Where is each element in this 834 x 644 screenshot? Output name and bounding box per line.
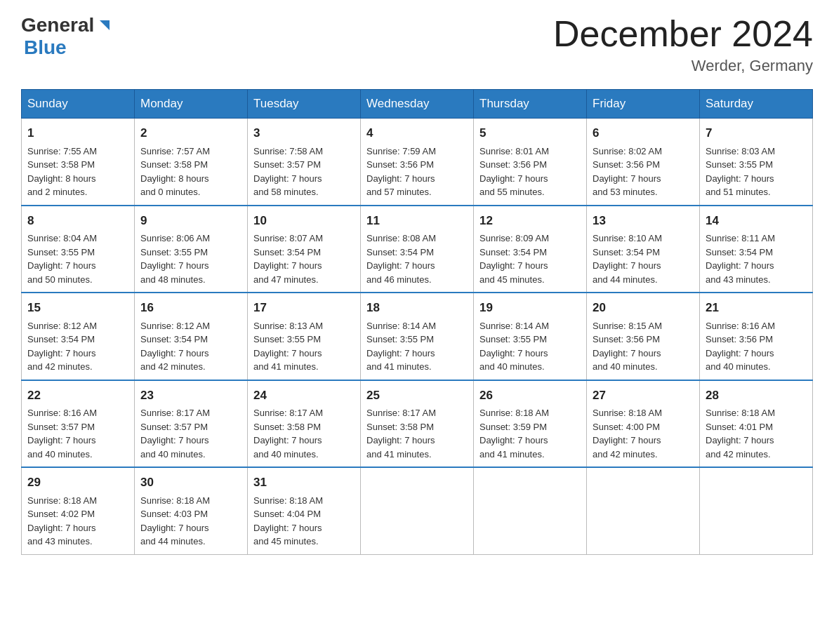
calendar-cell: 21 Sunrise: 8:16 AMSunset: 3:56 PMDaylig… xyxy=(700,293,813,380)
day-info: Sunrise: 8:07 AMSunset: 3:54 PMDaylight:… xyxy=(253,233,323,285)
calendar-cell: 11 Sunrise: 8:08 AMSunset: 3:54 PMDaylig… xyxy=(361,206,474,293)
calendar-cell: 1 Sunrise: 7:55 AMSunset: 3:58 PMDayligh… xyxy=(22,119,135,206)
day-number: 27 xyxy=(593,387,694,405)
day-info: Sunrise: 8:11 AMSunset: 3:54 PMDaylight:… xyxy=(706,233,775,285)
calendar-cell: 20 Sunrise: 8:15 AMSunset: 3:56 PMDaylig… xyxy=(587,293,700,380)
header-monday: Monday xyxy=(135,90,248,119)
calendar-cell: 23 Sunrise: 8:17 AMSunset: 3:57 PMDaylig… xyxy=(135,380,248,468)
day-number: 2 xyxy=(140,124,241,142)
day-number: 7 xyxy=(706,124,807,142)
calendar-cell xyxy=(474,467,587,554)
day-info: Sunrise: 8:12 AMSunset: 3:54 PMDaylight:… xyxy=(27,321,97,373)
calendar-cell: 7 Sunrise: 8:03 AMSunset: 3:55 PMDayligh… xyxy=(700,119,813,206)
day-number: 3 xyxy=(253,124,355,142)
calendar-cell: 13 Sunrise: 8:10 AMSunset: 3:54 PMDaylig… xyxy=(587,206,700,293)
day-info: Sunrise: 8:06 AMSunset: 3:55 PMDaylight:… xyxy=(140,233,210,285)
calendar-week-4: 22 Sunrise: 8:16 AMSunset: 3:57 PMDaylig… xyxy=(22,380,813,468)
day-number: 24 xyxy=(253,387,355,405)
day-number: 4 xyxy=(366,124,468,142)
header-tuesday: Tuesday xyxy=(248,90,361,119)
logo-triangle-icon xyxy=(95,18,111,33)
calendar-cell: 17 Sunrise: 8:13 AMSunset: 3:55 PMDaylig… xyxy=(248,293,361,380)
page-header: General Blue December 2024 Werder, Germa… xyxy=(21,14,813,75)
day-info: Sunrise: 8:14 AMSunset: 3:55 PMDaylight:… xyxy=(366,321,436,373)
day-number: 19 xyxy=(479,299,581,317)
day-number: 26 xyxy=(479,387,581,405)
day-info: Sunrise: 8:03 AMSunset: 3:55 PMDaylight:… xyxy=(706,146,775,198)
day-info: Sunrise: 8:04 AMSunset: 3:55 PMDaylight:… xyxy=(27,233,97,285)
header-wednesday: Wednesday xyxy=(361,90,474,119)
day-info: Sunrise: 8:16 AMSunset: 3:57 PMDaylight:… xyxy=(27,408,97,459)
calendar-cell: 5 Sunrise: 8:01 AMSunset: 3:56 PMDayligh… xyxy=(474,119,587,206)
day-number: 13 xyxy=(593,212,694,230)
day-number: 17 xyxy=(253,299,355,317)
day-info: Sunrise: 8:18 AMSunset: 4:01 PMDaylight:… xyxy=(706,408,775,459)
day-info: Sunrise: 8:15 AMSunset: 3:56 PMDaylight:… xyxy=(593,321,662,373)
calendar-cell xyxy=(361,467,474,554)
day-info: Sunrise: 7:58 AMSunset: 3:57 PMDaylight:… xyxy=(253,146,323,198)
day-number: 30 xyxy=(140,474,241,492)
calendar-cell: 4 Sunrise: 7:59 AMSunset: 3:56 PMDayligh… xyxy=(361,119,474,206)
calendar-cell: 10 Sunrise: 8:07 AMSunset: 3:54 PMDaylig… xyxy=(248,206,361,293)
calendar-week-3: 15 Sunrise: 8:12 AMSunset: 3:54 PMDaylig… xyxy=(22,293,813,380)
day-info: Sunrise: 8:17 AMSunset: 3:58 PMDaylight:… xyxy=(253,408,323,459)
calendar-cell: 15 Sunrise: 8:12 AMSunset: 3:54 PMDaylig… xyxy=(22,293,135,380)
header-saturday: Saturday xyxy=(700,90,813,119)
day-number: 18 xyxy=(366,299,468,317)
calendar-header-row: SundayMondayTuesdayWednesdayThursdayFrid… xyxy=(22,90,813,119)
day-info: Sunrise: 8:18 AMSunset: 4:00 PMDaylight:… xyxy=(593,408,662,459)
logo: General Blue xyxy=(21,14,111,59)
month-year-title: December 2024 xyxy=(553,14,813,54)
title-area: December 2024 Werder, Germany xyxy=(553,14,813,75)
day-info: Sunrise: 8:18 AMSunset: 3:59 PMDaylight:… xyxy=(479,408,549,459)
calendar-week-2: 8 Sunrise: 8:04 AMSunset: 3:55 PMDayligh… xyxy=(22,206,813,293)
day-number: 1 xyxy=(27,124,128,142)
day-info: Sunrise: 8:08 AMSunset: 3:54 PMDaylight:… xyxy=(366,233,436,285)
header-friday: Friday xyxy=(587,90,700,119)
day-number: 20 xyxy=(593,299,694,317)
calendar-cell: 30 Sunrise: 8:18 AMSunset: 4:03 PMDaylig… xyxy=(135,467,248,554)
day-info: Sunrise: 8:10 AMSunset: 3:54 PMDaylight:… xyxy=(593,233,662,285)
day-info: Sunrise: 7:55 AMSunset: 3:58 PMDaylight:… xyxy=(27,146,97,198)
calendar-cell: 24 Sunrise: 8:17 AMSunset: 3:58 PMDaylig… xyxy=(248,380,361,468)
day-number: 12 xyxy=(479,212,581,230)
day-info: Sunrise: 8:18 AMSunset: 4:04 PMDaylight:… xyxy=(253,495,323,547)
calendar-cell: 22 Sunrise: 8:16 AMSunset: 3:57 PMDaylig… xyxy=(22,380,135,468)
day-info: Sunrise: 8:17 AMSunset: 3:57 PMDaylight:… xyxy=(140,408,210,459)
day-info: Sunrise: 8:17 AMSunset: 3:58 PMDaylight:… xyxy=(366,408,436,459)
day-number: 15 xyxy=(27,299,128,317)
calendar-cell: 31 Sunrise: 8:18 AMSunset: 4:04 PMDaylig… xyxy=(248,467,361,554)
calendar-cell: 12 Sunrise: 8:09 AMSunset: 3:54 PMDaylig… xyxy=(474,206,587,293)
header-thursday: Thursday xyxy=(474,90,587,119)
header-sunday: Sunday xyxy=(22,90,135,119)
calendar-cell: 8 Sunrise: 8:04 AMSunset: 3:55 PMDayligh… xyxy=(22,206,135,293)
calendar-week-5: 29 Sunrise: 8:18 AMSunset: 4:02 PMDaylig… xyxy=(22,467,813,554)
day-info: Sunrise: 8:13 AMSunset: 3:55 PMDaylight:… xyxy=(253,321,323,373)
day-number: 11 xyxy=(366,212,468,230)
calendar-cell: 6 Sunrise: 8:02 AMSunset: 3:56 PMDayligh… xyxy=(587,119,700,206)
calendar-cell xyxy=(587,467,700,554)
day-info: Sunrise: 8:01 AMSunset: 3:56 PMDaylight:… xyxy=(479,146,549,198)
location-subtitle: Werder, Germany xyxy=(553,57,813,75)
day-info: Sunrise: 7:57 AMSunset: 3:58 PMDaylight:… xyxy=(140,146,210,198)
calendar-cell: 29 Sunrise: 8:18 AMSunset: 4:02 PMDaylig… xyxy=(22,467,135,554)
calendar-cell: 14 Sunrise: 8:11 AMSunset: 3:54 PMDaylig… xyxy=(700,206,813,293)
calendar-cell: 18 Sunrise: 8:14 AMSunset: 3:55 PMDaylig… xyxy=(361,293,474,380)
day-number: 14 xyxy=(706,212,807,230)
day-number: 16 xyxy=(140,299,241,317)
day-info: Sunrise: 8:16 AMSunset: 3:56 PMDaylight:… xyxy=(706,321,775,373)
day-number: 5 xyxy=(479,124,581,142)
day-number: 31 xyxy=(253,474,355,492)
calendar-table: SundayMondayTuesdayWednesdayThursdayFrid… xyxy=(21,89,813,555)
day-number: 10 xyxy=(253,212,355,230)
day-info: Sunrise: 8:02 AMSunset: 3:56 PMDaylight:… xyxy=(593,146,662,198)
calendar-cell: 16 Sunrise: 8:12 AMSunset: 3:54 PMDaylig… xyxy=(135,293,248,380)
day-info: Sunrise: 8:18 AMSunset: 4:02 PMDaylight:… xyxy=(27,495,97,547)
day-info: Sunrise: 8:09 AMSunset: 3:54 PMDaylight:… xyxy=(479,233,549,285)
day-info: Sunrise: 8:18 AMSunset: 4:03 PMDaylight:… xyxy=(140,495,210,547)
svg-marker-0 xyxy=(100,20,110,30)
day-info: Sunrise: 8:14 AMSunset: 3:55 PMDaylight:… xyxy=(479,321,549,373)
day-info: Sunrise: 7:59 AMSunset: 3:56 PMDaylight:… xyxy=(366,146,436,198)
day-number: 21 xyxy=(706,299,807,317)
day-number: 9 xyxy=(140,212,241,230)
